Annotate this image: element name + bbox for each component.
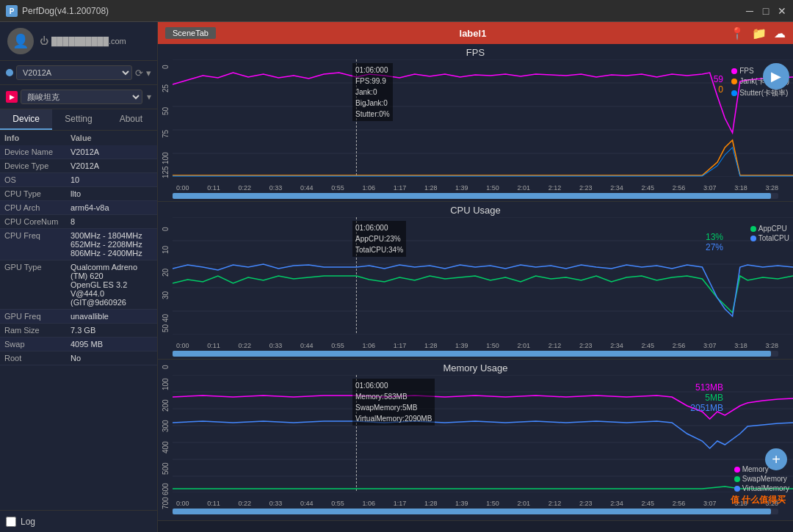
memory-value-1: 513MB	[690, 382, 723, 393]
table-row: Ram Size7.3 GB	[0, 324, 157, 338]
minimize-button[interactable]: ─	[745, 6, 755, 16]
fps-scrollbar[interactable]	[173, 193, 778, 199]
game-icon: ▶	[6, 91, 18, 103]
device-name-select[interactable]: V2012A	[16, 65, 132, 80]
window-controls: ─ □ ✕	[745, 6, 787, 16]
fps-legend-dot	[731, 68, 737, 74]
memory-scrollbar[interactable]	[173, 509, 778, 514]
location-icon[interactable]: 📍	[730, 26, 745, 40]
fps-tooltip-time: 01:06:000	[355, 65, 390, 76]
memory-x-axis: 0:000:110:220:330:440:551:061:171:281:39…	[158, 500, 793, 507]
memory-legend-virtual-label: VirtualMemory	[742, 484, 789, 492]
cpu-value-1: 13%	[706, 232, 723, 242]
memory-tooltip: 01:06:000 Memory:583MB SwapMemory:5MB Vi…	[352, 379, 435, 426]
add-chart-button[interactable]: +	[765, 448, 787, 470]
memory-legend-virtual: VirtualMemory	[734, 484, 789, 492]
charts-area: FPS 125 100 75 50 25 0	[158, 44, 793, 532]
cpu-tooltip-app: AppCPU:23%	[355, 233, 403, 244]
memory-legend-dot	[734, 467, 740, 473]
folder-icon[interactable]: 📁	[752, 26, 767, 40]
memory-legend-swap: SwapMemory	[734, 475, 789, 483]
label1-text: label1	[460, 28, 487, 39]
fps-values-right: 59 0	[714, 74, 723, 95]
memory-tooltip-time: 01:06:000	[355, 380, 432, 391]
table-row: Device NameV2012A	[0, 145, 157, 159]
col-info: Info	[0, 131, 66, 145]
app-title: P PerfDog(v4.1.200708)	[6, 5, 109, 17]
fps-chart-title: FPS	[158, 44, 793, 59]
tab-setting[interactable]: Setting	[52, 109, 104, 130]
fps-x-axis: 0:000:110:220:330:440:551:061:171:281:39…	[158, 184, 793, 192]
avatar: 👤	[7, 28, 34, 54]
fps-tooltip-stutter: Stutter:0%	[355, 109, 390, 120]
svg-text:P: P	[10, 7, 15, 15]
app-icon: P	[6, 5, 18, 17]
title-bar: P PerfDog(v4.1.200708) ─ □ ✕	[0, 0, 793, 22]
device-more-icon[interactable]: ▾	[146, 68, 151, 79]
fps-svg	[173, 59, 793, 177]
cpu-chart: CPU Usage 50 40 30 20 10 0	[158, 202, 793, 360]
cpu-legend-app: AppCPU	[750, 225, 789, 233]
game-more-icon[interactable]: ▾	[147, 92, 151, 102]
cloud-icon[interactable]: ☁	[774, 26, 786, 40]
table-header: Info Value	[0, 131, 157, 145]
table-row: Swap4095 MB	[0, 338, 157, 351]
fps-y-label: 125 100 75 50 25 0	[158, 59, 173, 184]
play-button[interactable]: ▶	[763, 63, 789, 90]
fps-legend-stutter-label: Stutter(卡顿率)	[739, 88, 788, 98]
cpu-chart-title: CPU Usage	[158, 202, 793, 217]
log-bar: Log	[0, 510, 157, 532]
table-row: RootNo	[0, 351, 157, 365]
log-label: Log	[21, 517, 35, 527]
top-bar: SceneTab label1 📍 📁 ☁	[158, 22, 793, 44]
fps-legend-fps-label: FPS	[739, 67, 753, 75]
device-actions: ⟳ ▾	[135, 68, 151, 79]
table-row: CPU CoreNum8	[0, 215, 157, 229]
fps-tooltip-jank: Jank:0	[355, 87, 390, 98]
col-value: Value	[66, 131, 157, 145]
game-select[interactable]: 颜峻坦克	[21, 90, 142, 104]
content-area: SceneTab label1 📍 📁 ☁ FPS 125 100 75 50	[158, 22, 793, 532]
fps-tooltip-fps: FPS:99.9	[355, 76, 390, 87]
sidebar-tabs: Device Setting About	[0, 109, 157, 131]
watermark: 值 什么值得买	[731, 494, 786, 506]
cpu-scrollbar[interactable]	[173, 351, 778, 357]
close-button[interactable]: ✕	[777, 6, 787, 16]
cpu-legend-total-label: TotalCPU	[758, 234, 789, 242]
device-selector: V2012A ⟳ ▾	[0, 61, 157, 85]
device-refresh-icon[interactable]: ⟳	[135, 68, 143, 79]
table-row: CPU Typellto	[0, 187, 157, 201]
memory-chart-title: Memory Usage	[158, 360, 793, 375]
memory-scroll-thumb	[173, 509, 771, 514]
fps-legend-stutter: Stutter(卡顿率)	[731, 88, 789, 98]
cpu-values-right: 13% 27%	[706, 232, 723, 252]
memory-value-3: 2051MB	[690, 403, 723, 413]
swap-legend-dot	[734, 476, 740, 482]
scene-tab-button[interactable]: SceneTab	[165, 27, 216, 39]
memory-legend-mem-label: Memory	[742, 465, 769, 473]
table-row: CPU Archarm64-v8a	[0, 201, 157, 215]
main-layout: 👤 ⏻ ██████████.com V2012A ⟳ ▾ ▶ 颜峻坦	[0, 22, 793, 532]
app-title-text: PerfDog(v4.1.200708)	[22, 6, 109, 16]
sidebar: 👤 ⏻ ██████████.com V2012A ⟳ ▾ ▶ 颜峻坦	[0, 22, 158, 532]
top-icons: 📍 📁 ☁	[730, 26, 786, 40]
table-row: Device TypeV2012A	[0, 159, 157, 173]
cpu-svg	[173, 217, 793, 335]
cpu-tooltip: 01:06:000 AppCPU:23% TotalCPU:34%	[352, 221, 406, 257]
cpu-legend-total: TotalCPU	[750, 234, 789, 242]
tab-device[interactable]: Device	[0, 109, 52, 130]
log-checkbox[interactable]	[6, 517, 16, 527]
user-area: 👤 ⏻ ██████████.com	[0, 22, 157, 61]
memory-values-right: 513MB 5MB 2051MB	[690, 382, 723, 413]
info-table: Info Value Device NameV2012A Device Type…	[0, 131, 157, 510]
memory-tooltip-virtual: VirtualMemory:2090MB	[355, 413, 432, 424]
virtual-legend-dot	[734, 486, 740, 492]
game-selector: ▶ 颜峻坦克 ▾	[0, 85, 157, 109]
tab-about[interactable]: About	[105, 109, 157, 130]
cpu-scroll-thumb	[173, 351, 771, 357]
maximize-button[interactable]: □	[761, 6, 771, 16]
cpu-tooltip-total: TotalCPU:34%	[355, 244, 403, 255]
fps-tooltip: 01:06:000 FPS:99.9 Jank:0 BigJank:0 Stut…	[352, 63, 393, 121]
cpu-legend: AppCPU TotalCPU	[750, 225, 789, 242]
power-icon: ⏻	[40, 36, 48, 46]
